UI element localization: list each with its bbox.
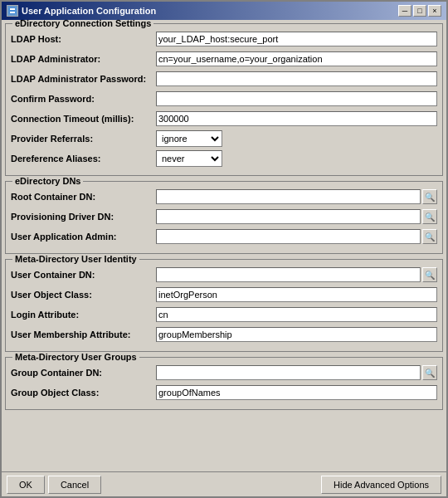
window-icon [7,5,18,17]
user-app-admin-row: User Application Admin: 🔍 [11,228,437,245]
login-attribute-row: Login Attribute: [11,306,437,323]
connection-timeout-row: Connection Timeout (millis): [11,110,437,127]
ldap-admin-row: LDAP Administrator: [11,51,437,67]
ldap-admin-label: LDAP Administrator: [11,54,156,64]
ldap-host-label: LDAP Host: [11,34,156,44]
svg-rect-2 [10,12,15,13]
user-membership-attr-input[interactable] [156,327,437,342]
user-container-dn-group: 🔍 [156,267,437,282]
minimize-button[interactable]: ─ [398,5,411,17]
edirectory-dns-title: eDirectory DNs [12,176,83,186]
group-object-class-input[interactable] [156,385,437,400]
root-container-dn-row: Root Container DN: 🔍 [11,188,437,205]
ok-button[interactable]: OK [7,476,45,494]
connection-timeout-input[interactable] [156,111,437,126]
meta-directory-groups-title: Meta-Directory User Groups [12,352,139,362]
provider-referrals-label: Provider Referrals: [11,134,156,144]
user-object-class-input[interactable] [156,287,437,302]
root-container-dn-group: 🔍 [156,189,437,204]
window-title: User Application Configuration [22,6,156,16]
bottom-bar: OK Cancel Hide Advanced Options [2,471,446,496]
group-container-dn-input[interactable] [156,365,421,380]
title-bar-left: User Application Configuration [7,5,156,17]
dereference-aliases-label: Dereference Aliases: [11,154,156,164]
user-container-dn-input[interactable] [156,267,421,282]
user-container-dn-row: User Container DN: 🔍 [11,266,437,283]
user-container-dn-browse[interactable]: 🔍 [422,267,437,282]
user-object-class-row: User Object Class: [11,286,437,303]
confirm-password-label: Confirm Password: [11,94,156,104]
title-buttons: ─ □ × [398,5,441,17]
user-app-admin-label: User Application Admin: [11,232,156,242]
provider-referrals-row: Provider Referrals: ignore follow throw [11,130,437,147]
title-bar: User Application Configuration ─ □ × [2,2,446,20]
meta-directory-identity-section: Meta-Directory User Identity User Contai… [5,259,443,352]
ldap-admin-input[interactable] [156,51,437,66]
meta-directory-identity-title: Meta-Directory User Identity [12,254,139,264]
ldap-host-input[interactable] [156,32,437,46]
provisioning-driver-dn-row: Provisioning Driver DN: 🔍 [11,208,437,225]
edirectory-connection-section: eDirectory Connection Settings LDAP Host… [5,23,443,176]
ldap-password-input[interactable] [156,71,437,86]
provisioning-driver-dn-input[interactable] [156,209,421,224]
cancel-button[interactable]: Cancel [48,476,101,494]
close-button[interactable]: × [428,5,441,17]
edirectory-dns-section: eDirectory DNs Root Container DN: 🔍 Prov… [5,181,443,254]
group-container-dn-label: Group Container DN: [11,368,156,378]
provisioning-driver-dn-group: 🔍 [156,209,437,224]
meta-directory-groups-section: Meta-Directory User Groups Group Contain… [5,357,443,410]
user-app-admin-group: 🔍 [156,229,437,244]
dereference-aliases-select[interactable]: never always finding searching [156,150,222,167]
ldap-password-label: LDAP Administrator Password: [11,74,156,84]
user-membership-attr-row: User Membership Attribute: [11,326,437,343]
hide-advanced-button[interactable]: Hide Advanced Options [321,476,441,494]
login-attribute-input[interactable] [156,307,437,322]
user-container-dn-label: User Container DN: [11,270,156,280]
connection-timeout-label: Connection Timeout (millis): [11,114,156,124]
provider-referrals-select[interactable]: ignore follow throw [156,130,222,147]
group-container-dn-group: 🔍 [156,365,437,380]
user-object-class-label: User Object Class: [11,290,156,300]
confirm-password-row: Confirm Password: [11,90,437,107]
main-window: User Application Configuration ─ □ × eDi… [0,0,448,498]
group-container-dn-row: Group Container DN: 🔍 [11,364,437,381]
group-container-dn-browse[interactable]: 🔍 [422,365,437,380]
maximize-button[interactable]: □ [413,5,426,17]
ldap-host-row: LDAP Host: [11,31,437,47]
edirectory-connection-title: eDirectory Connection Settings [12,20,153,28]
user-app-admin-browse[interactable]: 🔍 [422,229,437,244]
group-object-class-row: Group Object Class: [11,384,437,401]
svg-rect-0 [8,7,17,15]
root-container-dn-label: Root Container DN: [11,192,156,202]
provisioning-driver-dn-label: Provisioning Driver DN: [11,212,156,222]
content-area: eDirectory Connection Settings LDAP Host… [2,20,446,471]
user-membership-attr-label: User Membership Attribute: [11,330,156,339]
confirm-password-input[interactable] [156,91,437,106]
login-attribute-label: Login Attribute: [11,310,156,320]
root-container-dn-browse[interactable]: 🔍 [422,189,437,204]
svg-rect-1 [10,8,15,10]
dereference-aliases-row: Dereference Aliases: never always findin… [11,150,437,167]
root-container-dn-input[interactable] [156,189,421,204]
user-app-admin-input[interactable] [156,229,421,244]
provisioning-driver-dn-browse[interactable]: 🔍 [422,209,437,224]
ldap-password-row: LDAP Administrator Password: [11,71,437,87]
group-object-class-label: Group Object Class: [11,388,156,398]
